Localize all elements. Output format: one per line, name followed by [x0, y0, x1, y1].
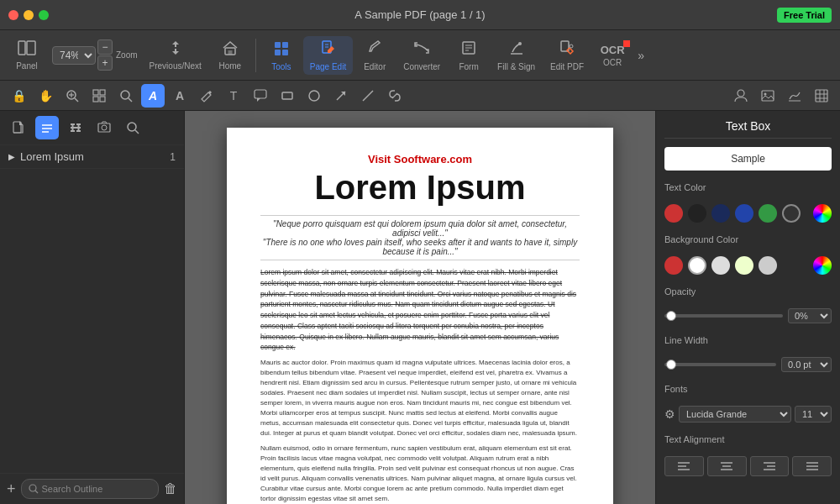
svg-rect-0: [18, 41, 25, 55]
opacity-row: 0%25%50%75%100%: [664, 308, 832, 323]
bg-color-lightgray[interactable]: [711, 256, 730, 275]
maximize-button[interactable]: [39, 10, 49, 20]
align-center-button[interactable]: [707, 456, 747, 476]
page-edit-icon: [320, 39, 337, 60]
toolbar-form[interactable]: Form: [449, 36, 489, 75]
text-color-darkblue[interactable]: [711, 204, 730, 223]
fonts-row: ⚙ Lucida GrandeHelveticaArialTimes New R…: [664, 406, 832, 423]
toolbar-editor[interactable]: Editor: [354, 36, 395, 75]
toolbar-panel[interactable]: Panel: [7, 37, 47, 74]
circle-tool[interactable]: [302, 84, 326, 108]
fonts-label: Fonts: [664, 384, 832, 394]
line-width-slider[interactable]: [664, 363, 776, 366]
align-left-button[interactable]: [664, 456, 704, 476]
speech-bubble-tool[interactable]: [249, 84, 272, 108]
text-color-wheel[interactable]: [813, 204, 832, 223]
toolbar-edit-pdf[interactable]: Edit PDF: [543, 36, 591, 75]
zoom-label: Zoom: [116, 50, 138, 60]
toolbar-ocr[interactable]: OCR OCR: [592, 40, 633, 71]
panel-tab-heading[interactable]: [64, 116, 87, 139]
bg-color-transparent[interactable]: [759, 256, 777, 275]
text-color-green[interactable]: [759, 204, 777, 223]
user-tool[interactable]: [729, 84, 753, 108]
arrow-tool[interactable]: [329, 84, 353, 108]
panel-tab-photo[interactable]: [92, 116, 116, 139]
opacity-slider[interactable]: [664, 314, 783, 318]
bg-color-lightyellow[interactable]: [735, 256, 753, 275]
text-cursor-tool[interactable]: T: [222, 84, 245, 108]
svg-rect-31: [255, 90, 266, 98]
align-justify-button[interactable]: [792, 456, 832, 476]
sample-preview: Sample: [664, 147, 832, 171]
text-color-darkgray[interactable]: [782, 204, 801, 223]
zoom-select[interactable]: 74%50%100%150%: [52, 46, 96, 65]
text-highlight-tool[interactable]: A: [141, 84, 165, 108]
font-size-select[interactable]: 11 pt8 pt10 pt12 pt14 pt: [795, 406, 832, 423]
opacity-select[interactable]: 0%25%50%75%100%: [788, 308, 832, 323]
grid-tool[interactable]: [87, 84, 111, 108]
search-outline-bar[interactable]: Search Outline: [21, 479, 159, 499]
bg-color-red[interactable]: [664, 256, 683, 275]
table-tool[interactable]: [810, 84, 833, 108]
svg-rect-25: [93, 90, 98, 95]
font-name-select[interactable]: Lucida GrandeHelveticaArialTimes New Rom…: [679, 406, 791, 423]
toolbar-prevnext[interactable]: Previous/Next: [143, 37, 208, 74]
rectangle-tool[interactable]: [276, 84, 299, 108]
svg-marker-2: [172, 41, 179, 45]
panel-label: Panel: [16, 61, 38, 71]
home-label: Home: [218, 61, 241, 71]
zoom-out-button[interactable]: −: [97, 39, 113, 55]
fill-sign-icon: [508, 39, 525, 60]
zoom-in-button[interactable]: +: [97, 55, 113, 71]
text-color-red[interactable]: [664, 204, 683, 223]
font-settings-icon[interactable]: ⚙: [664, 407, 675, 421]
pdf-area[interactable]: Visit Sooftware.com Lorem Ipsum "Neque p…: [185, 111, 655, 504]
traffic-lights[interactable]: [8, 10, 49, 20]
sign-tool[interactable]: [783, 84, 806, 108]
text-tool[interactable]: A: [168, 84, 192, 108]
line-tool[interactable]: [356, 84, 380, 108]
toolbar-tools[interactable]: Tools: [261, 36, 302, 75]
pdf-body2: Nullam euismod, odio in ornare fermentum…: [260, 444, 580, 504]
zoom-tool[interactable]: [60, 84, 84, 108]
line-width-thumb[interactable]: [666, 360, 676, 370]
more-tools-icon[interactable]: »: [634, 45, 648, 66]
lock-tool[interactable]: 🔒: [7, 84, 30, 108]
panel-tab-search[interactable]: [121, 116, 144, 139]
ocr-label: OCR: [603, 58, 622, 67]
minimize-button[interactable]: [24, 10, 34, 20]
panel-tab-doc[interactable]: [7, 116, 30, 139]
close-button[interactable]: [8, 10, 18, 20]
panel-bottom: + Search Outline 🗑: [0, 473, 184, 504]
link-tool[interactable]: [383, 84, 407, 108]
window-title: A Sample PDF (page 1 / 1): [354, 8, 485, 21]
bg-color-swatches: [664, 256, 832, 275]
svg-marker-3: [172, 51, 179, 55]
hand-tool[interactable]: ✋: [34, 84, 57, 108]
toolbar-fill-sign[interactable]: Fill & Sign: [491, 36, 542, 75]
bg-color-wheel[interactable]: [813, 256, 832, 275]
right-panel: Text Box Sample Text Color Background Co…: [655, 111, 840, 504]
svg-line-64: [35, 491, 38, 493]
pencil-tool[interactable]: [195, 84, 218, 108]
delete-outline-button[interactable]: 🗑: [164, 481, 177, 496]
opacity-thumb[interactable]: [666, 311, 676, 321]
toolbar-page-edit[interactable]: Page Edit: [303, 36, 353, 75]
free-trial-button[interactable]: Free Trial: [777, 8, 832, 23]
toolbar-zoom: 74%50%100%150% − + Zoom: [49, 39, 141, 71]
search-tool[interactable]: [114, 84, 138, 108]
svg-line-37: [392, 93, 397, 98]
toolbar-converter[interactable]: Converter: [396, 36, 447, 75]
panel-tab-list[interactable]: [35, 116, 59, 139]
outline-item-lorem[interactable]: ▶ Lorem Ipsum 1: [0, 145, 184, 169]
bg-color-white[interactable]: [688, 256, 706, 275]
line-width-select[interactable]: 0.0 pt0.5 pt1.0 pt2.0 pt: [781, 357, 832, 372]
svg-line-30: [129, 98, 132, 102]
text-color-black[interactable]: [688, 204, 706, 223]
svg-rect-27: [93, 97, 98, 102]
image-tool[interactable]: [756, 84, 780, 108]
toolbar-home[interactable]: Home: [210, 37, 250, 74]
text-color-blue[interactable]: [735, 204, 753, 223]
align-right-button[interactable]: [750, 456, 790, 476]
add-outline-button[interactable]: +: [7, 480, 16, 498]
